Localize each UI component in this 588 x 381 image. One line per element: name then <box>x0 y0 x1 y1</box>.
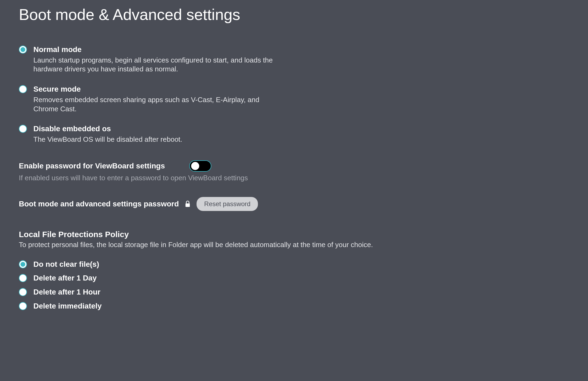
radio-do-not-clear[interactable]: Do not clear file(s) <box>19 260 569 269</box>
radio-button-icon <box>19 274 27 282</box>
radio-label: Delete immediately <box>33 302 276 311</box>
password-toggle-switch[interactable] <box>189 160 211 172</box>
lock-icon <box>185 200 191 207</box>
radio-description: Launch startup programs, begin all servi… <box>33 56 276 74</box>
file-protection-title: Local File Protections Policy <box>19 230 569 239</box>
radio-button-icon <box>19 260 27 268</box>
svg-rect-0 <box>186 203 190 207</box>
radio-label: Delete after 1 Day <box>33 273 276 283</box>
reset-password-button[interactable]: Reset password <box>197 197 258 211</box>
radio-description: Removes embedded screen sharing apps suc… <box>33 95 276 114</box>
password-reset-label: Boot mode and advanced settings password <box>19 200 179 208</box>
page-title: Boot mode & Advanced settings <box>19 5 569 23</box>
password-toggle-row: Enable password for ViewBoard settings <box>19 160 569 172</box>
radio-content: Delete immediately <box>33 302 276 311</box>
radio-button-icon <box>19 85 27 93</box>
radio-secure-mode[interactable]: Secure mode Removes embedded screen shar… <box>19 85 569 113</box>
radio-button-icon <box>19 46 27 54</box>
radio-label: Normal mode <box>33 45 276 54</box>
radio-content: Disable embedded os The ViewBoard OS wil… <box>33 124 276 144</box>
radio-button-icon <box>19 302 27 310</box>
radio-content: Secure mode Removes embedded screen shar… <box>33 85 276 113</box>
radio-delete-immediately[interactable]: Delete immediately <box>19 302 569 311</box>
radio-disable-embedded-os[interactable]: Disable embedded os The ViewBoard OS wil… <box>19 124 569 144</box>
boot-mode-group: Normal mode Launch startup programs, beg… <box>19 45 569 144</box>
radio-label: Do not clear file(s) <box>33 260 276 269</box>
file-protection-description: To protect personal files, the local sto… <box>19 241 569 249</box>
radio-button-icon <box>19 125 27 133</box>
toggle-knob-icon <box>191 162 199 170</box>
password-toggle-label: Enable password for ViewBoard settings <box>19 162 165 170</box>
radio-normal-mode[interactable]: Normal mode Launch startup programs, beg… <box>19 45 569 74</box>
radio-label: Delete after 1 Hour <box>33 288 276 297</box>
password-toggle-description: If enabled users will have to enter a pa… <box>19 174 569 182</box>
password-reset-row: Boot mode and advanced settings password… <box>19 197 569 211</box>
radio-delete-1-day[interactable]: Delete after 1 Day <box>19 273 569 283</box>
radio-content: Delete after 1 Day <box>33 273 276 283</box>
radio-button-icon <box>19 288 27 296</box>
radio-content: Normal mode Launch startup programs, beg… <box>33 45 276 74</box>
radio-label: Disable embedded os <box>33 124 276 133</box>
radio-label: Secure mode <box>33 85 276 94</box>
file-protection-group: Do not clear file(s) Delete after 1 Day … <box>19 260 569 310</box>
radio-content: Delete after 1 Hour <box>33 288 276 297</box>
radio-description: The ViewBoard OS will be disabled after … <box>33 135 276 144</box>
radio-delete-1-hour[interactable]: Delete after 1 Hour <box>19 288 569 297</box>
radio-content: Do not clear file(s) <box>33 260 276 269</box>
